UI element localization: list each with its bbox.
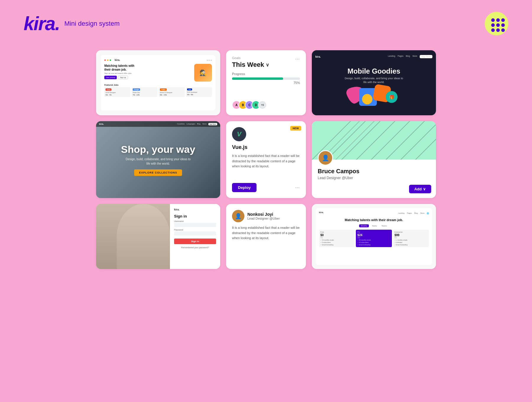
progress-bar-bg xyxy=(232,77,300,80)
dot-red xyxy=(104,59,106,61)
bruce-avatar: 👤 xyxy=(318,150,333,166)
dot-8 xyxy=(496,28,500,32)
mobile-nav-store: Store xyxy=(412,55,417,58)
card-signin: kira. Sign in Username Password Sign In … xyxy=(96,204,220,269)
signin-forgot-text: Remembered your password? xyxy=(174,247,216,249)
plan-enterprise-feature-1: ✓ ∞ monthly emails xyxy=(395,239,427,241)
signin-submit-btn[interactable]: Sign In xyxy=(174,239,216,244)
toggle-monthly[interactable]: Monthly xyxy=(359,224,369,227)
browser-bar: kira. ⊕ ⊕ ⊕ xyxy=(104,59,212,61)
grid-line-8 xyxy=(412,121,436,160)
job-hero-sub: Sign up now and search 90k+ jobs xyxy=(104,72,137,74)
signin-username-label: Username xyxy=(174,220,216,222)
dot-6 xyxy=(501,23,505,27)
mobile-nav-landing: Landing xyxy=(388,55,395,58)
plan-free-price: $0 xyxy=(320,234,353,237)
pricing-brand: kira. xyxy=(319,211,324,214)
job-card-2: Google Flutter Dev 75k - 125k xyxy=(132,87,158,97)
goals-title-area: Goals This Week ∨ xyxy=(232,56,269,69)
more-options-icon-vue[interactable]: ⋯ xyxy=(295,185,300,190)
deploy-button[interactable]: Deploy xyxy=(232,183,257,192)
company-badge-4: 1000 xyxy=(187,88,192,90)
toggle-yearly[interactable]: Yearly xyxy=(370,224,378,227)
blob-teal: 🎁 xyxy=(386,91,398,103)
shop-subtitle: Design, build, collaborate, and bring yo… xyxy=(126,157,191,166)
plan-free: Free $0 /mo ✓ 10 monthly emails ✓ 5 subs… xyxy=(319,230,355,247)
bruce-name: Bruce Campos xyxy=(318,168,430,175)
mobile-nav-blog: Blog xyxy=(406,55,410,58)
pricing-nav-blog: Blog xyxy=(414,212,418,214)
dot-5 xyxy=(496,23,500,27)
mobile-brand: kira. xyxy=(315,55,321,58)
avatar-row: A B C D +6 xyxy=(232,100,300,109)
bruce-footer: Add ∨ xyxy=(312,185,436,198)
company-badge-3: FedEx xyxy=(160,88,167,91)
jobs-grid: Coca UI/UX Designer 60k - 70k Google Flu… xyxy=(104,87,212,97)
mini-browser-job: kira. ⊕ ⊕ ⊕ Matching talents with their … xyxy=(101,55,215,111)
plan-enterprise-price: $99 xyxy=(395,234,427,237)
job-hero-illustration: 🕵️ xyxy=(194,64,212,82)
plan-free-name: Free xyxy=(320,231,353,233)
dot-green xyxy=(110,59,111,61)
dot-4 xyxy=(491,23,495,27)
card-bruce-campos: 👤 Bruce Campos Lead Designer @Uber Add ∨ xyxy=(312,121,436,198)
signin-password-input[interactable] xyxy=(174,231,216,236)
signin-person-image xyxy=(96,204,170,269)
progress-section: Progress 75% xyxy=(232,72,300,95)
mobile-shapes: 🎁 xyxy=(344,87,403,107)
job-signup-btn[interactable]: Sign up xyxy=(118,76,128,79)
vue-footer: Deploy ⋯ xyxy=(232,183,300,192)
job-hero-buttons: See pricing Sign up xyxy=(104,76,137,79)
more-options-icon[interactable]: ⋯ xyxy=(295,56,300,62)
person-shape xyxy=(117,204,170,269)
nonkosi-info: Nonkosi Joyi Lead Designer @Uber xyxy=(247,212,280,220)
shop-explore-btn[interactable]: EXPLORE COLLECTIONS xyxy=(134,169,182,176)
card-shop: kira. Countries Languages Blog Store App… xyxy=(96,121,220,198)
job-card-4: 1000 PHP Developer 60k - 90k xyxy=(186,87,212,97)
card-nonkosi: 👤 Nonkosi Joyi Lead Designer @Uber It is… xyxy=(226,204,306,269)
signin-username-input[interactable] xyxy=(174,223,216,227)
logo-area: kira. Mini design system xyxy=(24,14,120,33)
plan-free-feature-2: ✓ 5 subscribers xyxy=(320,241,353,243)
shop-title: Shop, your way xyxy=(121,144,195,155)
card-pricing: kira. Landing Pages Blog Store 🌐 Matchin… xyxy=(312,204,436,269)
toggle-teams[interactable]: Teams xyxy=(380,224,389,227)
progress-pct: 75% xyxy=(232,81,300,85)
goals-week[interactable]: This Week ∨ xyxy=(232,61,269,69)
plan-pro-feature-3: ✓ Email Scheduling xyxy=(357,244,390,246)
job-pricing-btn[interactable]: See pricing xyxy=(104,76,117,79)
signin-form: kira. Sign in Username Password Sign In … xyxy=(170,204,220,269)
dot-2 xyxy=(496,18,500,22)
grid-menu-button[interactable] xyxy=(485,12,508,35)
pricing-nav-landing: Landing xyxy=(398,212,404,214)
job-salary-4: 60k - 90k xyxy=(187,94,211,95)
pricing-browser: kira. Landing Pages Blog Store 🌐 Matchin… xyxy=(316,208,432,265)
subtitle: Mini design system xyxy=(64,20,120,27)
add-button[interactable]: Add ∨ xyxy=(409,185,431,193)
job-role-2: Flutter Dev xyxy=(133,92,156,93)
dot-yellow xyxy=(107,59,108,61)
mobile-goodies-title: Mobile Goodies xyxy=(348,67,400,75)
pricing-hero-title: Matching talents with their dream job. xyxy=(319,218,429,222)
plan-pro-price: $24 xyxy=(357,234,390,237)
card-goals: Goals This Week ∨ ⋯ Progress 75% A B C D… xyxy=(226,50,306,115)
plan-enterprise-feature-2: ✓ Unlimited xyxy=(395,241,427,243)
vue-desc: It is a long established fact that a rea… xyxy=(232,153,300,180)
plan-enterprise-feature-3: ✓ Email Scheduling xyxy=(395,244,427,246)
dot-3 xyxy=(501,18,505,22)
pricing-hero: Matching talents with their dream job. xyxy=(319,218,429,222)
plan-pro-feature-1: ✓ 50 monthly emails xyxy=(357,239,390,241)
dot-1 xyxy=(491,18,495,22)
goals-label: Goals xyxy=(232,56,269,60)
job-hero-text: Matching talents with their dream job. S… xyxy=(104,64,137,79)
mobile-nav-pages: Pages xyxy=(398,55,403,58)
mobile-app-store-btn[interactable]: App Store xyxy=(420,55,432,58)
featured-jobs-label: Featured Jobs xyxy=(104,84,212,86)
shop-overlay: Shop, your way Design, build, collaborat… xyxy=(96,121,220,198)
job-role-4: PHP Developer xyxy=(187,91,211,93)
grid-dots-icon xyxy=(491,18,502,29)
signin-brand: kira. xyxy=(174,208,216,211)
plan-free-feature-1: ✓ 10 monthly emails xyxy=(320,239,353,241)
header: kira. Mini design system xyxy=(0,0,532,44)
signin-photo xyxy=(96,204,170,269)
